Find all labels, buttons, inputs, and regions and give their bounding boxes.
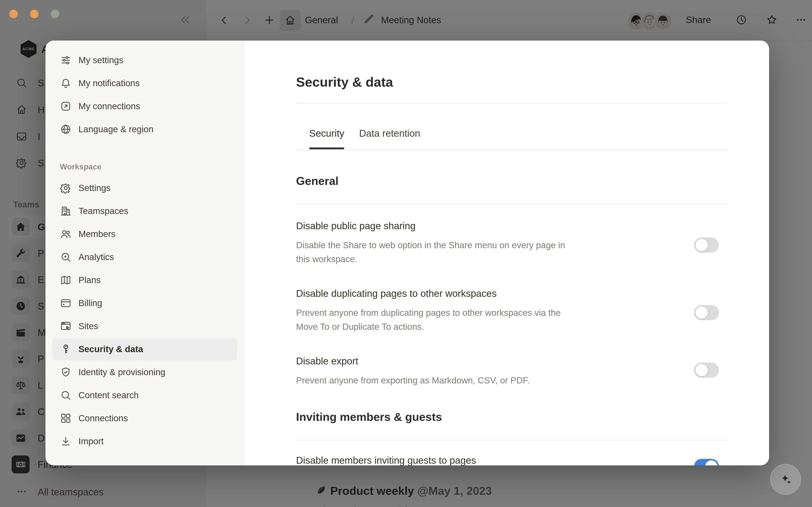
nav-item-label: Teamspaces xyxy=(79,206,129,216)
zoom-window-button[interactable] xyxy=(51,10,59,18)
settings-nav-panel: My settings My notifications My connecti… xyxy=(45,41,245,465)
settings-nav-plans[interactable]: Plans xyxy=(52,269,237,291)
gear-icon xyxy=(60,182,72,194)
settings-nav-billing[interactable]: Billing xyxy=(52,292,237,314)
settings-nav-my-notifications[interactable]: My notifications xyxy=(52,72,237,94)
divider xyxy=(296,204,727,205)
nav-item-label: Connections xyxy=(79,413,128,424)
settings-nav-security-data[interactable]: Security & data xyxy=(52,338,237,360)
notion-app-window: ACME A S H I S Teams G P E S M P L C D F… xyxy=(0,0,812,507)
window-controls xyxy=(9,10,59,18)
globe-icon xyxy=(60,123,72,135)
settings-nav-settings[interactable]: Settings xyxy=(52,177,237,199)
settings-nav-analytics[interactable]: Analytics xyxy=(52,246,237,268)
magnifier-sparkle-icon xyxy=(60,251,72,263)
setting-description: Prevent anyone from exporting as Markdow… xyxy=(296,374,579,387)
section-heading-inviting: Inviting members & guests xyxy=(296,410,442,424)
settings-modal: My settings My notifications My connecti… xyxy=(45,41,769,465)
toggle-disable-guest-invites[interactable] xyxy=(694,459,719,465)
nav-item-label: My connections xyxy=(79,101,140,111)
credit-card-icon xyxy=(60,297,72,309)
toggle-disable-duplicating[interactable] xyxy=(694,305,719,320)
settings-nav-identity-provisioning[interactable]: Identity & provisioning xyxy=(52,361,237,383)
settings-nav-content-search[interactable]: Content search xyxy=(52,384,237,406)
building-icon xyxy=(60,205,72,217)
toggle-disable-export[interactable] xyxy=(694,362,719,378)
ai-assistant-button[interactable] xyxy=(770,464,801,495)
toggle-disable-public-sharing[interactable] xyxy=(694,237,719,252)
workspace-section-header: Workspace xyxy=(60,162,245,172)
shield-check-icon xyxy=(60,366,72,378)
sparkle-icon xyxy=(778,472,793,486)
grid-icon xyxy=(60,412,72,424)
section-heading-general: General xyxy=(296,174,339,187)
collapse-sidebar-icon[interactable] xyxy=(179,13,191,26)
setting-description: Disable the Share to web option in the S… xyxy=(296,238,579,266)
nav-item-label: Members xyxy=(79,229,115,239)
settings-nav-sites[interactable]: Sites xyxy=(52,315,237,337)
sliders-icon xyxy=(60,54,72,66)
nav-item-label: Analytics xyxy=(79,252,114,262)
nav-item-label: Content search xyxy=(79,390,139,400)
bell-icon xyxy=(60,77,72,89)
download-icon xyxy=(60,435,72,447)
people-icon xyxy=(60,228,72,240)
tab-data-retention[interactable]: Data retention xyxy=(359,128,420,139)
setting-description: Prevent anyone from duplicating pages to… xyxy=(296,306,579,334)
nav-item-label: Import xyxy=(79,436,104,446)
key-icon xyxy=(60,343,72,355)
browser-cursor-icon xyxy=(60,320,72,332)
nav-item-label: My settings xyxy=(79,55,123,65)
tab-bar: Security Data retention xyxy=(309,128,420,139)
minimize-window-button[interactable] xyxy=(30,10,39,18)
nav-item-label: Security & data xyxy=(79,344,143,354)
settings-content: Security & data Security Data retention … xyxy=(245,41,769,465)
settings-nav-my-settings[interactable]: My settings xyxy=(52,49,237,71)
setting-label: Disable duplicating pages to other works… xyxy=(296,288,497,299)
settings-nav-language-region[interactable]: Language & region xyxy=(52,118,237,140)
settings-nav-my-connections[interactable]: My connections xyxy=(52,95,237,117)
nav-item-label: Language & region xyxy=(79,124,154,134)
tab-security[interactable]: Security xyxy=(309,128,344,139)
map-icon xyxy=(60,274,72,286)
settings-nav-members[interactable]: Members xyxy=(52,223,237,245)
setting-label: Disable members inviting guests to pages xyxy=(296,455,476,465)
nav-item-label: Identity & provisioning xyxy=(79,367,165,377)
nav-item-label: My notifications xyxy=(79,78,140,88)
close-window-button[interactable] xyxy=(9,10,18,18)
page-title: Security & data xyxy=(296,74,393,90)
settings-nav-teamspaces[interactable]: Teamspaces xyxy=(52,200,237,222)
divider xyxy=(296,440,727,441)
arrow-up-right-box-icon xyxy=(60,100,72,112)
divider xyxy=(296,150,727,151)
nav-item-label: Settings xyxy=(79,183,111,193)
setting-label: Disable public page sharing xyxy=(296,220,415,231)
search-icon xyxy=(60,389,72,401)
divider xyxy=(296,103,727,104)
nav-item-label: Billing xyxy=(79,298,102,308)
settings-nav-import[interactable]: Import xyxy=(52,430,237,452)
nav-item-label: Plans xyxy=(79,275,101,285)
setting-label: Disable export xyxy=(296,355,358,367)
settings-nav-connections[interactable]: Connections xyxy=(52,407,237,429)
nav-item-label: Sites xyxy=(79,321,98,331)
